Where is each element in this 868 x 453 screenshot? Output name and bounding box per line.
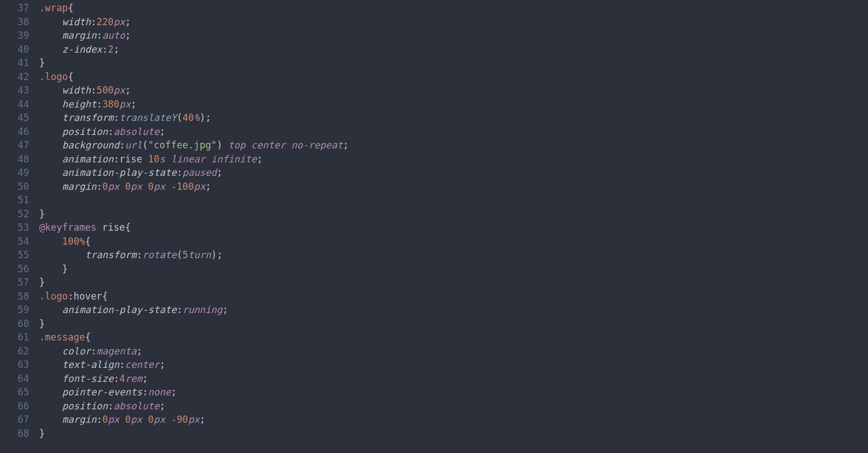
token-kw: paused: [182, 167, 217, 178]
line-number: 38: [0, 15, 29, 29]
code-line[interactable]: }: [39, 427, 868, 441]
token-sel: .wrap: [39, 2, 68, 13]
token-prop: color: [62, 345, 91, 357]
code-line[interactable]: text-align:center;: [39, 358, 868, 372]
token-num: 0: [125, 414, 131, 425]
line-number: 37: [0, 1, 29, 15]
code-line[interactable]: animation:rise 10s linear infinite;: [39, 152, 868, 166]
token-num: 40: [182, 112, 194, 123]
token-prop: background: [62, 139, 119, 151]
token-num: 0: [102, 181, 108, 192]
token-unit: rem: [125, 373, 143, 384]
token-prop: text-align: [62, 359, 119, 370]
token-punct: ;: [200, 414, 205, 425]
code-editor[interactable]: 3738394041424344454647484950515253545556…: [0, 0, 868, 440]
code-line[interactable]: .message{: [39, 330, 868, 344]
code-line[interactable]: }: [39, 275, 868, 289]
token-prop: width: [62, 16, 91, 27]
token-num: 380: [102, 99, 120, 110]
line-number: 54: [0, 235, 29, 249]
token-indent: [39, 236, 62, 247]
token-ident: rise: [119, 153, 148, 165]
code-line[interactable]: animation-play-state:paused;: [39, 166, 868, 180]
token-func: url: [125, 139, 143, 151]
token-brace: }: [39, 428, 45, 439]
token-punct: :: [119, 139, 125, 151]
code-line[interactable]: .wrap{: [39, 1, 868, 15]
code-line[interactable]: }: [39, 317, 868, 331]
token-punct: :: [102, 44, 108, 55]
code-line[interactable]: position:absolute;: [39, 399, 868, 413]
code-line[interactable]: transform:translateY(40%);: [39, 111, 868, 125]
token-punct: ;: [171, 386, 176, 398]
token-kw: auto: [102, 30, 125, 41]
token-unit: %: [194, 112, 199, 123]
code-line[interactable]: margin:0px 0px 0px -100px;: [39, 180, 868, 194]
code-line[interactable]: animation-play-state:running;: [39, 303, 868, 317]
token-num: -90: [171, 414, 189, 425]
token-indent: [39, 263, 62, 274]
token-brace: {: [85, 236, 91, 247]
token-punct: (: [177, 112, 182, 123]
token-unit: px: [119, 99, 130, 110]
token-punct: :: [108, 400, 114, 412]
code-line[interactable]: .logo{: [39, 70, 868, 84]
line-number: 61: [0, 330, 29, 344]
code-line[interactable]: z-index:2;: [39, 43, 868, 57]
token-brace: }: [39, 208, 45, 220]
code-line[interactable]: transform:rotate(5turn);: [39, 248, 868, 262]
token-punct: ;: [205, 181, 211, 192]
token-punct: :: [177, 304, 182, 315]
code-line[interactable]: .logo:hover{: [39, 289, 868, 303]
code-line[interactable]: font-size:4rem;: [39, 372, 868, 386]
token-punct: ;: [159, 359, 165, 370]
line-number: 48: [0, 152, 29, 166]
code-line[interactable]: height:380px;: [39, 97, 868, 111]
token-punct: :: [114, 112, 119, 123]
token-indent: [165, 153, 171, 165]
token-indent: [165, 414, 171, 425]
token-indent: [39, 373, 62, 384]
token-punct: ;: [217, 167, 222, 178]
token-num: 5: [182, 249, 188, 260]
token-unit: px: [131, 181, 142, 192]
code-line[interactable]: width:220px;: [39, 15, 868, 29]
code-area[interactable]: .wrap{ width:220px; margin:auto; z-index…: [39, 1, 868, 440]
token-num: 10: [148, 153, 159, 165]
code-line[interactable]: 100%{: [39, 235, 868, 249]
token-punct: ;: [137, 345, 142, 357]
code-line[interactable]: pointer-events:none;: [39, 385, 868, 399]
code-line[interactable]: margin:auto;: [39, 29, 868, 43]
token-brace: {: [68, 71, 73, 82]
token-punct: :: [96, 414, 102, 425]
code-line[interactable]: }: [39, 207, 868, 221]
token-num: 0: [102, 414, 108, 425]
line-number: 41: [0, 56, 29, 70]
token-indent: [119, 181, 125, 192]
token-punct: ;: [159, 400, 165, 412]
token-indent: [39, 112, 62, 123]
code-line[interactable]: position:absolute;: [39, 125, 868, 139]
code-line[interactable]: }: [39, 262, 868, 276]
token-unit: px: [194, 181, 205, 192]
code-line[interactable]: background:url("coffee.jpg") top center …: [39, 138, 868, 152]
code-line[interactable]: [39, 193, 868, 207]
token-unit: px: [114, 16, 125, 27]
code-line[interactable]: @keyframes rise{: [39, 221, 868, 235]
line-number: 64: [0, 372, 29, 386]
token-indent: [39, 181, 62, 192]
line-number: 45: [0, 111, 29, 125]
token-brace: {: [102, 291, 108, 302]
line-number: 53: [0, 221, 29, 235]
token-indent: [142, 414, 148, 425]
code-line[interactable]: color:magenta;: [39, 344, 868, 358]
code-line[interactable]: }: [39, 56, 868, 70]
code-line[interactable]: width:500px;: [39, 83, 868, 97]
token-indent: [39, 99, 62, 110]
token-brace: }: [62, 263, 68, 274]
token-indent: [205, 153, 211, 165]
code-line[interactable]: margin:0px 0px 0px -90px;: [39, 413, 868, 427]
token-unit: px: [108, 181, 119, 192]
token-kw: none: [148, 386, 171, 398]
token-punct: ;: [343, 139, 349, 151]
